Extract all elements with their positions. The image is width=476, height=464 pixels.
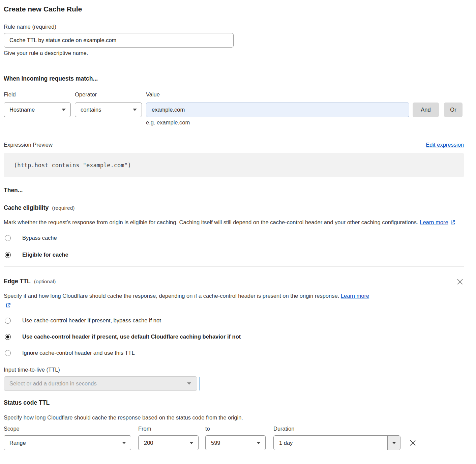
chevron-down-icon (62, 109, 66, 111)
close-edge-ttl-button[interactable] (456, 278, 464, 286)
ttl-input-label: Input time-to-live (TTL) (4, 367, 464, 373)
then-heading: Then... (4, 187, 464, 194)
expression-preview-label: Expression Preview (4, 142, 53, 148)
ttl-select-caret-button[interactable] (181, 377, 197, 390)
duration-caret-button[interactable] (387, 436, 400, 450)
from-label: From (138, 426, 199, 432)
scope-select-value: Range (9, 440, 26, 446)
external-link-icon (450, 220, 455, 225)
operator-select[interactable]: contains (75, 103, 142, 117)
operator-label: Operator (75, 91, 142, 98)
required-tag: (required) (52, 205, 75, 211)
radio-icon-selected[interactable] (5, 252, 11, 258)
to-select[interactable]: 599 (205, 435, 266, 450)
edge-ttl-description: Specify if and how long Cloudflare shoul… (4, 291, 376, 310)
chevron-down-icon (189, 442, 194, 444)
cache-eligibility-heading-row: Cache eligibility (required) (4, 204, 464, 211)
field-label: Field (4, 91, 71, 98)
edge-ttl-description-text: Specify if and how long Cloudflare shoul… (4, 293, 339, 299)
divider (4, 66, 464, 66)
learn-more-link[interactable]: Learn more (420, 219, 455, 225)
to-select-value: 599 (211, 440, 220, 446)
chevron-down-icon (133, 109, 137, 111)
field-select-value: Hostname (9, 107, 35, 113)
radio-option-eligible-for-cache[interactable]: Eligible for cache (4, 252, 464, 258)
chevron-down-icon (122, 442, 126, 444)
ttl-select-placeholder: Select or add a duration in seconds (4, 377, 181, 390)
or-button[interactable]: Or (444, 103, 463, 117)
focus-indicator (199, 377, 200, 390)
edge-ttl-header: Edge TTL (optional) (4, 278, 464, 286)
rule-name-input[interactable] (4, 33, 234, 48)
scope-label: Scope (4, 426, 131, 432)
radio-option-ignore-header[interactable]: Ignore cache-control header and use this… (4, 350, 464, 356)
rule-name-helper: Give your rule a descriptive name. (4, 50, 464, 56)
cache-eligibility-description-text: Mark whether the request’s response from… (4, 219, 418, 225)
rule-name-label: Rule name (required) (4, 24, 464, 30)
radio-label: Ignore cache-control header and use this… (22, 350, 135, 356)
close-icon (457, 279, 463, 285)
status-code-ttl-description: Specify how long Cloudflare should cache… (4, 413, 464, 422)
expression-preview-header: Expression Preview Edit expression (4, 142, 464, 148)
from-select-value: 200 (144, 440, 153, 446)
radio-option-use-header-bypass[interactable]: Use cache-control header if present, byp… (4, 317, 464, 324)
status-code-row: Range 200 599 1 day (4, 435, 464, 450)
field-select[interactable]: Hostname (4, 103, 71, 117)
page-title: Create new Cache Rule (4, 5, 464, 13)
radio-label: Use cache-control header if present, use… (22, 334, 241, 340)
status-code-ttl-heading: Status code TTL (4, 399, 464, 406)
chevron-down-icon (187, 382, 191, 385)
match-labels-row: Field Operator Value (4, 91, 464, 98)
radio-icon-selected[interactable] (5, 334, 11, 340)
scope-select[interactable]: Range (4, 435, 131, 450)
learn-more-label: Learn more (420, 219, 448, 225)
radio-label: Eligible for cache (22, 252, 68, 258)
match-condition-row: Hostname contains And Or (4, 103, 464, 117)
radio-icon[interactable] (5, 318, 11, 324)
to-label: to (205, 426, 266, 432)
duration-select[interactable]: 1 day (273, 435, 400, 450)
status-code-labels-row: Scope From to Duration (4, 426, 464, 432)
value-helper: e.g. example.com (146, 119, 464, 126)
operator-select-value: contains (81, 107, 101, 113)
radio-icon[interactable] (5, 350, 11, 356)
radio-option-use-header-default[interactable]: Use cache-control header if present, use… (4, 334, 464, 340)
from-select[interactable]: 200 (138, 435, 199, 450)
chevron-down-icon (257, 442, 261, 444)
external-link-icon (6, 303, 11, 308)
radio-label: Bypass cache (22, 235, 57, 241)
ttl-duration-select[interactable]: Select or add a duration in seconds (4, 376, 197, 391)
delete-status-code-row-button[interactable] (409, 439, 417, 447)
cache-eligibility-description: Mark whether the request’s response from… (4, 218, 457, 227)
edge-ttl-heading-row: Edge TTL (optional) (4, 278, 56, 285)
divider (4, 266, 464, 267)
delete-icon (409, 439, 416, 446)
radio-icon[interactable] (5, 235, 11, 241)
match-heading: When incoming requests match... (4, 75, 464, 82)
radio-option-bypass-cache[interactable]: Bypass cache (4, 235, 464, 241)
value-label: Value (146, 91, 409, 98)
create-cache-rule-page: Create new Cache Rule Rule name (require… (0, 0, 476, 459)
optional-tag: (optional) (34, 279, 56, 285)
duration-select-value: 1 day (274, 436, 387, 450)
edge-ttl-heading: Edge TTL (4, 278, 31, 285)
chevron-down-icon (392, 442, 396, 444)
duration-label: Duration (273, 426, 400, 432)
expression-code: (http.host contains "example.com") (14, 162, 131, 169)
value-input[interactable] (146, 103, 409, 117)
and-button[interactable]: And (413, 103, 439, 117)
radio-label: Use cache-control header if present, byp… (22, 317, 161, 324)
expression-preview-box: (http.host contains "example.com") (4, 153, 464, 177)
cache-eligibility-heading: Cache eligibility (4, 204, 49, 211)
ttl-select-row: Select or add a duration in seconds (4, 376, 464, 391)
learn-more-label: Learn more (341, 293, 369, 299)
edit-expression-link[interactable]: Edit expression (426, 142, 464, 148)
